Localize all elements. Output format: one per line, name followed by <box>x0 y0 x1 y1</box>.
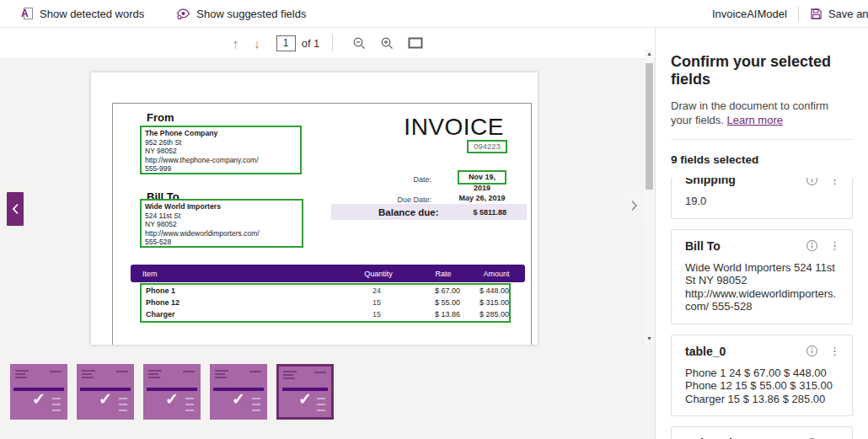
balance-due-label: Balance due: <box>378 207 439 217</box>
field-card-bill-to[interactable]: Bill To ⋮ Wide World Importers 524 11st … <box>671 229 853 324</box>
table-row: Phone 1 24 $ 67.00 $ 448.00 <box>142 286 509 298</box>
item-rate: $ 67.00 <box>420 286 460 295</box>
detected-words-icon: A <box>20 7 34 20</box>
viewer-scrollbar[interactable]: ▲ ▼ <box>645 49 654 344</box>
check-icon: ✓ <box>143 389 201 409</box>
scroll-up-arrow-icon[interactable]: ▲ <box>646 49 652 59</box>
table-row: Charger 15 $ 13.86 $ 285.00 <box>142 310 509 322</box>
learn-more-link[interactable]: Learn more <box>727 114 783 126</box>
topbar-divider <box>798 7 799 22</box>
scroll-down-arrow-icon[interactable]: ▼ <box>646 334 652 344</box>
bill-to-line: NY 98052 <box>145 220 177 228</box>
save-icon <box>810 8 822 20</box>
chevron-right-icon <box>630 200 638 211</box>
show-detected-words-label: Show detected words <box>40 8 144 20</box>
from-heading: From <box>147 111 174 124</box>
zoom-in-button[interactable] <box>373 36 401 51</box>
item-amount: $ 285.00 <box>469 310 509 319</box>
invoice-page: From The Phone Company 952 26th St NY 98… <box>91 72 538 345</box>
page-thumbnail-5-selected[interactable]: ✓ <box>276 364 334 420</box>
item-quantity: 15 <box>367 310 386 319</box>
header-amount: Amount <box>474 270 518 278</box>
save-and-close-label: Save and close <box>828 8 868 20</box>
due-date-value: May 26, 2019 <box>458 194 506 202</box>
field-card-subtotal[interactable]: Subtotal ⋮ 975.00 <box>671 426 853 439</box>
scrollbar-thumb[interactable] <box>646 63 653 190</box>
items-table-header: Item Quantity Rate Amount <box>131 265 525 282</box>
show-suggested-fields-label: Show suggested fields <box>196 8 306 20</box>
item-quantity: 24 <box>367 286 386 295</box>
panel-title: Confirm your selected fields <box>671 53 853 88</box>
due-date-label: Due Date: <box>344 195 431 204</box>
field-card-title: Shipping <box>685 178 806 186</box>
fit-to-page-icon <box>408 37 423 49</box>
viewer-toolbar: ↑ ↓ of 1 <box>0 28 655 59</box>
header-rate: Rate <box>419 270 468 278</box>
page-thumbnail-1[interactable]: ✓ <box>10 364 67 420</box>
bill-to-field-box[interactable]: Wide World Importers 524 11st St NY 9805… <box>140 199 303 248</box>
show-suggested-fields-button[interactable]: Show suggested fields <box>176 7 306 20</box>
invoice-number-field-box[interactable]: 094223 <box>467 140 507 153</box>
bill-to-line: http://www.wideworldimporters.com/ <box>145 229 260 238</box>
page-thumbnail-2[interactable]: ✓ <box>77 364 134 420</box>
item-quantity: 15 <box>367 298 386 307</box>
items-table-field-box[interactable]: Phone 1 24 $ 67.00 $ 448.00 Phone 12 15 … <box>140 283 511 323</box>
date-label: Date: <box>344 175 431 184</box>
bill-to-line: 555-528 <box>145 238 171 246</box>
svg-text:A: A <box>21 8 29 19</box>
field-card-title: Bill To <box>685 239 806 253</box>
page-thumbnails: ✓ ✓ ✓ <box>10 364 334 420</box>
bill-to-line: 524 11st St <box>145 211 180 220</box>
page-number-input[interactable] <box>276 35 296 51</box>
previous-document-button[interactable] <box>7 192 24 226</box>
model-name: InvoiceAIModel <box>712 8 787 20</box>
info-icon[interactable] <box>806 239 818 252</box>
balance-due-value: $ 5811.88 <box>473 208 506 217</box>
item-name: Charger <box>146 310 175 319</box>
item-rate: $ 13.86 <box>420 310 460 319</box>
panel-description: Draw in the document to confirm your fie… <box>671 99 853 127</box>
check-icon: ✓ <box>10 389 67 409</box>
top-toolbar: A Show detected words Show suggested fie… <box>0 0 868 28</box>
field-card-value: Phone 1 24 $ 67.00 $ 448.00 Phone 12 15 … <box>685 367 840 406</box>
more-options-icon[interactable]: ⋮ <box>829 178 840 186</box>
more-options-icon[interactable]: ⋮ <box>829 239 840 252</box>
item-name: Phone 12 <box>146 298 179 307</box>
from-line: 952 26th St <box>145 138 181 147</box>
field-card-value: 19.0 <box>685 195 840 208</box>
fields-panel: Confirm your selected fields Draw in the… <box>655 28 868 439</box>
check-icon: ✓ <box>279 389 331 409</box>
invoice-title: INVOICE <box>404 114 504 141</box>
page-thumbnail-4[interactable]: ✓ <box>210 364 267 420</box>
toolbar-divider <box>332 35 333 51</box>
from-field-box[interactable]: The Phone Company 952 26th St NY 98052 h… <box>140 126 302 174</box>
item-amount: $ 448.00 <box>469 286 509 295</box>
save-and-close-button[interactable]: Save and close <box>810 8 868 20</box>
panel-divider <box>671 139 853 140</box>
next-page-button[interactable]: ↓ <box>246 36 268 51</box>
document-viewer: ↑ ↓ of 1 <box>0 28 655 439</box>
show-detected-words-button[interactable]: A Show detected words <box>20 7 144 20</box>
date-field-box[interactable]: Nov 19, 2019 <box>458 170 506 185</box>
field-card-shipping[interactable]: Shipping ⋮ 19.0 <box>671 178 853 219</box>
info-icon[interactable] <box>806 178 818 186</box>
item-amount: $ 315.00 <box>469 298 509 307</box>
from-line: http://www.thephone-company.com/ <box>145 156 259 164</box>
zoom-out-button[interactable] <box>346 36 373 51</box>
page-thumbnail-3[interactable]: ✓ <box>143 364 201 420</box>
next-document-button[interactable] <box>624 190 644 222</box>
fit-to-page-button[interactable] <box>401 37 430 49</box>
from-line: 555-999 <box>145 164 171 173</box>
fields-selected-count: 9 fields selected <box>671 153 853 166</box>
info-icon[interactable] <box>806 345 818 357</box>
more-options-icon[interactable]: ⋮ <box>829 345 840 357</box>
item-name: Phone 1 <box>146 286 175 295</box>
previous-page-button[interactable]: ↑ <box>225 36 247 51</box>
field-card-table-0[interactable]: table_0 ⋮ Phone 1 24 $ 67.00 $ 448.00 Ph… <box>671 335 853 417</box>
suggested-fields-icon <box>176 7 190 20</box>
from-company: The Phone Company <box>145 129 217 137</box>
field-card-title: table_0 <box>685 345 806 358</box>
page-count-label: of 1 <box>302 37 320 50</box>
header-quantity: Quantity <box>351 270 405 278</box>
from-line: NY 98052 <box>145 147 177 155</box>
